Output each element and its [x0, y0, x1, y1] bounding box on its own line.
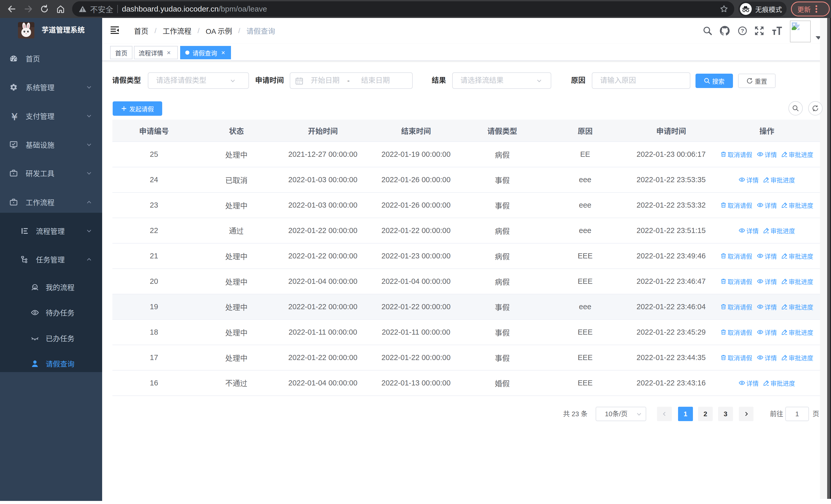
- svg-text:?: ?: [741, 28, 744, 34]
